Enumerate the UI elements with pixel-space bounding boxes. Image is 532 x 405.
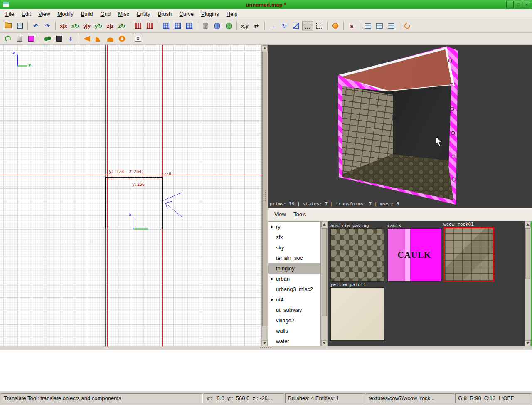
tool-patch-cylinder[interactable] xyxy=(116,34,127,44)
tool-update-build[interactable] xyxy=(2,34,13,44)
texture-thumbnail[interactable] xyxy=(443,227,494,282)
tool-translate-tool[interactable]: → xyxy=(267,21,278,31)
scrollbar-track[interactable] xyxy=(262,51,268,340)
folder-ry[interactable]: ry xyxy=(268,222,320,232)
window-close[interactable]: × xyxy=(523,1,530,8)
tool-clipper-tool[interactable] xyxy=(160,21,171,31)
tool-model-browser[interactable] xyxy=(42,34,53,44)
folder-village2[interactable]: village2 xyxy=(268,315,320,326)
menu-curve[interactable]: Curve xyxy=(175,9,197,19)
tool-scale-tool[interactable] xyxy=(291,21,301,31)
texture-thumbnail[interactable]: CAULK xyxy=(387,228,441,282)
folder-scrollbar[interactable] xyxy=(321,221,328,346)
menu-misc[interactable]: Misc xyxy=(114,9,133,19)
scroll-up-button[interactable] xyxy=(321,222,327,227)
grid-viewport[interactable]: (y:-128 z:264) y:256 z:8 z y z xyxy=(0,45,261,346)
folder-sky[interactable]: sky xyxy=(268,242,320,253)
menu-file[interactable]: File xyxy=(2,9,18,19)
tool-patch-cone[interactable] xyxy=(81,34,92,44)
tool-rotate-z[interactable]: z↻ xyxy=(116,21,127,31)
scrollbar-handle[interactable] xyxy=(262,52,267,326)
folder-urbanq3-misc2[interactable]: urbanq3_misc2 xyxy=(268,284,320,294)
texture-scrollbar[interactable] xyxy=(525,221,531,346)
folder-thingley[interactable]: thingley xyxy=(268,263,320,274)
texture-thumbnail[interactable] xyxy=(330,287,384,341)
texmenu-tools[interactable]: Tools xyxy=(290,210,310,220)
tool-redo[interactable]: ↷ xyxy=(42,21,53,31)
scrollbar-track[interactable] xyxy=(525,227,531,340)
tool-csg-subtract[interactable] xyxy=(133,21,143,31)
tool-select-complete-tall[interactable] xyxy=(314,21,325,31)
tool-drop-entity[interactable]: ⇓ xyxy=(65,34,76,44)
texture-austria-paving[interactable]: austria_paving xyxy=(330,223,385,282)
folder-walls[interactable]: walls xyxy=(268,326,320,336)
expander-icon[interactable] xyxy=(271,296,275,303)
tool-flip-y[interactable]: y|y xyxy=(81,21,92,31)
tool-caulk-selection[interactable] xyxy=(133,34,143,44)
tool-make-cylinder[interactable] xyxy=(212,21,222,31)
tool-surface-inspector[interactable] xyxy=(374,21,385,31)
tool-make-endcap[interactable] xyxy=(223,21,234,31)
tool-patch-endcap[interactable] xyxy=(105,34,116,44)
texture-thumbnail[interactable] xyxy=(330,228,384,282)
scroll-down-button[interactable] xyxy=(321,340,327,346)
menu-build[interactable]: Build xyxy=(77,9,97,19)
tool-rotate-tool[interactable]: ↻ xyxy=(279,21,290,31)
tool-make-sphere[interactable] xyxy=(330,21,341,31)
tool-rotate-y[interactable]: y↻ xyxy=(93,21,104,31)
tool-open-map[interactable] xyxy=(2,21,13,31)
menu-view[interactable]: View xyxy=(34,9,54,19)
view3d-viewport[interactable]: prims: 19 | states: 7 | transforms: 7 | … xyxy=(268,45,532,208)
menu-plugins[interactable]: Plugins xyxy=(197,9,223,19)
folder-ut4[interactable]: ut4 xyxy=(268,294,320,305)
console-log[interactable] xyxy=(0,350,532,391)
texture-yellow-paint1[interactable]: yellow_paint1 xyxy=(330,282,385,341)
scrollbar-track[interactable] xyxy=(321,227,327,340)
tool-make-cap[interactable] xyxy=(200,21,211,31)
menu-modify[interactable]: Modify xyxy=(54,9,77,19)
scroll-down-button[interactable] xyxy=(525,340,531,346)
tool-mirror-selection[interactable]: ⇄ xyxy=(251,21,262,31)
tool-texture-paint[interactable]: a xyxy=(346,21,357,31)
tool-flip-x[interactable]: x|x xyxy=(58,21,69,31)
texture-wcow-rock01[interactable]: wcow_rock01 xyxy=(443,222,498,282)
tool-patch-bevel[interactable] xyxy=(93,34,104,44)
menu-help[interactable]: Help xyxy=(223,9,241,19)
window-maximize[interactable]: □ xyxy=(515,1,522,8)
menu-grid[interactable]: Grid xyxy=(97,9,115,19)
scrollbar-handle[interactable] xyxy=(525,228,530,279)
tool-flip-z[interactable]: z|z xyxy=(105,21,116,31)
texture-caulk[interactable]: caulk CAULK xyxy=(387,223,442,282)
menu-brush[interactable]: Brush xyxy=(154,9,175,19)
tool-texture-view-mode[interactable] xyxy=(26,34,37,44)
titlebar[interactable]: unnamed.map * _□× xyxy=(0,0,532,9)
tool-split-selection[interactable] xyxy=(172,21,183,31)
horizontal-splitter[interactable] xyxy=(0,346,532,350)
tool-select-area[interactable] xyxy=(302,21,313,31)
tool-background-image[interactable] xyxy=(14,34,25,44)
scroll-down-button[interactable] xyxy=(262,340,268,346)
tool-entity-browser[interactable] xyxy=(54,34,64,44)
scroll-up-button[interactable] xyxy=(525,222,531,227)
tool-undo[interactable]: ↶ xyxy=(30,21,41,31)
vertical-splitter[interactable] xyxy=(261,45,268,346)
scrollbar-handle[interactable] xyxy=(322,228,327,316)
tool-patch-inspector[interactable] xyxy=(386,21,397,31)
menu-entity[interactable]: Entity xyxy=(133,9,154,19)
tool-refresh-references[interactable] xyxy=(402,21,413,31)
folder-terrain-soc[interactable]: terrain_soc xyxy=(268,253,320,263)
folder-urban[interactable]: urban xyxy=(268,274,320,284)
tool-change-views[interactable]: x,y xyxy=(239,21,250,31)
texmenu-view[interactable]: View xyxy=(271,210,290,220)
tool-rotate-x[interactable]: x↻ xyxy=(70,21,81,31)
tool-flip-clip-orientation[interactable] xyxy=(184,21,195,31)
tool-csg-make-room[interactable] xyxy=(144,21,155,31)
scroll-up-button[interactable] xyxy=(262,45,268,51)
window-minimize[interactable]: _ xyxy=(506,1,514,8)
folder-ut-subway[interactable]: ut_subway xyxy=(268,305,320,315)
tool-save-map[interactable] xyxy=(14,21,25,31)
folder-sfx[interactable]: sfx xyxy=(268,232,320,242)
folder-water[interactable]: water xyxy=(268,336,320,346)
menu-edit[interactable]: Edit xyxy=(18,9,34,19)
expander-icon[interactable] xyxy=(271,276,275,282)
